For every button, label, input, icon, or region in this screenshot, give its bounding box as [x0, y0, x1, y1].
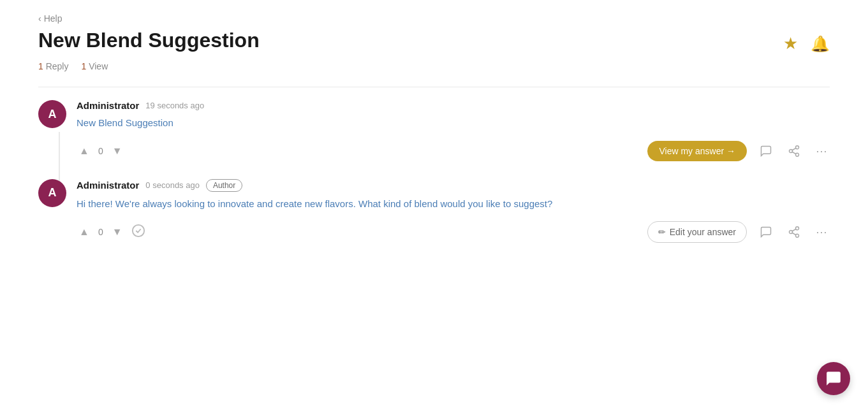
- comment-btn-2[interactable]: [757, 223, 775, 241]
- svg-line-10: [792, 229, 796, 231]
- back-label: Help: [44, 13, 63, 24]
- post-content-1: Administrator 19 seconds ago New Blend S…: [77, 100, 830, 161]
- share-btn-2[interactable]: [785, 223, 803, 241]
- share-btn-1[interactable]: [785, 142, 803, 160]
- accept-check-icon[interactable]: [131, 224, 145, 241]
- view-answer-label: View my answer →: [659, 146, 735, 156]
- post-item-1: A Administrator 19 seconds ago New Blend…: [38, 87, 830, 171]
- upvote-btn-1[interactable]: ▲: [77, 144, 92, 158]
- reply-meta: 1 Reply: [38, 61, 68, 71]
- avatar-1: A: [38, 100, 66, 128]
- post-actions-1: ▲ 0 ▼ View my answer →: [77, 141, 830, 161]
- post-item-2: A Administrator 0 seconds ago Author Hi …: [38, 171, 830, 254]
- post-body-1: New Blend Suggestion: [77, 116, 830, 131]
- svg-line-3: [792, 152, 796, 154]
- svg-point-6: [796, 227, 799, 230]
- post-meta-1: Administrator 19 seconds ago: [77, 100, 830, 111]
- svg-line-4: [792, 148, 796, 150]
- vote-controls-2: ▲ 0 ▼: [77, 224, 145, 241]
- page-header: New Blend Suggestion ★ 🔔: [38, 29, 830, 54]
- vote-count-2: 0: [96, 227, 106, 237]
- back-link[interactable]: ‹ Help: [38, 13, 62, 24]
- author-badge: Author: [206, 179, 242, 192]
- header-icons: ★ 🔔: [783, 29, 830, 54]
- reply-label: Reply: [46, 61, 69, 71]
- post-body-2: Hi there! We're always looking to innova…: [77, 197, 830, 212]
- more-btn-2[interactable]: ⋯: [813, 222, 830, 242]
- action-buttons-2: ✏ Edit your answer: [647, 221, 830, 243]
- reply-count: 1: [38, 61, 43, 71]
- star-icon[interactable]: ★: [783, 34, 798, 54]
- svg-point-2: [796, 153, 799, 156]
- downvote-btn-2[interactable]: ▼: [110, 225, 125, 239]
- svg-point-1: [790, 149, 793, 152]
- action-buttons-1: View my answer →: [647, 141, 830, 161]
- avatar-2: A: [38, 179, 66, 207]
- comment-btn-1[interactable]: [757, 142, 775, 160]
- post-time-2: 0 seconds ago: [145, 180, 200, 190]
- bell-icon[interactable]: 🔔: [811, 35, 830, 53]
- pencil-icon: ✏: [658, 227, 666, 237]
- meta-bar: 1 Reply 1 View: [38, 61, 830, 71]
- post-author-1: Administrator: [77, 100, 139, 111]
- vote-controls-1: ▲ 0 ▼: [77, 144, 125, 158]
- view-meta: 1 View: [81, 61, 108, 71]
- page-title: New Blend Suggestion: [38, 29, 260, 52]
- post-actions-2: ▲ 0 ▼ ✏ Edit your answe: [77, 221, 830, 243]
- svg-point-5: [133, 224, 144, 236]
- view-label: View: [89, 61, 108, 71]
- chat-bubble[interactable]: [817, 362, 850, 395]
- svg-line-9: [792, 233, 796, 235]
- vote-count-1: 0: [96, 146, 106, 156]
- more-btn-1[interactable]: ⋯: [813, 141, 830, 161]
- edit-answer-label: Edit your answer: [670, 227, 736, 237]
- post-meta-2: Administrator 0 seconds ago Author: [77, 179, 830, 192]
- svg-point-8: [796, 234, 799, 237]
- post-author-2: Administrator: [77, 180, 139, 191]
- post-container: A Administrator 19 seconds ago New Blend…: [38, 87, 830, 253]
- view-count: 1: [81, 61, 86, 71]
- post-time-1: 19 seconds ago: [145, 101, 204, 110]
- svg-point-0: [796, 145, 799, 149]
- downvote-btn-1[interactable]: ▼: [110, 144, 125, 158]
- upvote-btn-2[interactable]: ▲: [77, 225, 92, 239]
- view-answer-button[interactable]: View my answer →: [647, 141, 747, 161]
- back-arrow: ‹: [38, 13, 41, 24]
- post-content-2: Administrator 0 seconds ago Author Hi th…: [77, 179, 830, 243]
- edit-answer-button[interactable]: ✏ Edit your answer: [647, 221, 747, 243]
- svg-point-7: [790, 231, 793, 234]
